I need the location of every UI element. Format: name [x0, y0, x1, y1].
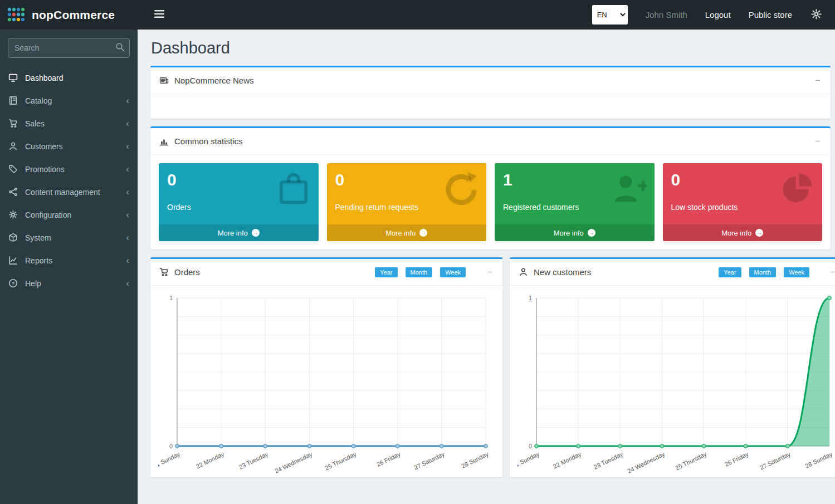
search-icon	[115, 42, 125, 52]
svg-text:0: 0	[529, 443, 532, 449]
sidebar-item-label: System	[25, 233, 51, 242]
svg-text:21 Sunday: 21 Sunday	[158, 451, 181, 469]
collapse-button[interactable]: −	[486, 267, 494, 278]
svg-text:24 Wednesday: 24 Wednesday	[274, 451, 313, 474]
new-customers-chart-title: New customers	[534, 267, 591, 277]
svg-text:25 Thursday: 25 Thursday	[674, 451, 707, 472]
language-select[interactable]: EN	[592, 5, 628, 25]
sidebar-item-sales[interactable]: Sales ‹	[0, 112, 138, 135]
user-icon	[8, 141, 18, 151]
svg-text:1: 1	[529, 295, 532, 301]
more-info-link[interactable]: More info →	[327, 224, 487, 241]
search-submit-button[interactable]	[112, 40, 128, 56]
sidebar-item-label: Configuration	[25, 211, 71, 219]
svg-text:0: 0	[169, 443, 173, 449]
sidebar-item-customers[interactable]: Customers ‹	[0, 135, 138, 158]
sidebar-item-reports[interactable]: Reports ‹	[0, 249, 138, 272]
customers-year-button[interactable]: Year	[719, 267, 741, 277]
more-info-label: More info	[721, 229, 751, 237]
orders-chart: 1021 Sunday22 Monday23 Tuesday24 Wednesd…	[150, 286, 502, 477]
orders-chart-panel: Orders Year Month Week − 1021 Sunday22 M…	[150, 257, 502, 477]
header-right: EN John Smith Logout Public store	[592, 5, 823, 25]
svg-text:?: ?	[12, 281, 15, 286]
gear-icon	[811, 9, 822, 19]
customers-chart-svg: 1021 Sunday22 Monday23 Tuesday24 Wednesd…	[517, 291, 835, 475]
sidebar-item-label: Catalog	[25, 96, 52, 105]
common-statistics-title: Common statistics	[174, 136, 243, 146]
svg-text:27 Saturday: 27 Saturday	[413, 451, 446, 471]
stat-boxes: 0 Orders More info → 0 Pending return re…	[150, 154, 831, 249]
refresh-icon	[444, 172, 478, 206]
share-icon	[8, 187, 18, 197]
svg-text:22 Monday: 22 Monday	[552, 451, 583, 470]
orders-year-button[interactable]: Year	[375, 267, 397, 277]
sidebar-item-label: Reports	[25, 256, 52, 265]
sidebar-item-label: Dashboard	[25, 74, 64, 82]
news-panel: NopCommerce News −	[150, 66, 831, 119]
svg-text:24 Wednesday: 24 Wednesday	[626, 451, 666, 474]
more-info-label: More info	[385, 229, 416, 237]
chevron-left-icon: ‹	[126, 141, 129, 151]
orders-week-button[interactable]: Week	[440, 267, 466, 277]
sidebar-item-dashboard[interactable]: Dashboard	[0, 66, 138, 89]
more-info-link[interactable]: More info →	[159, 224, 319, 241]
svg-text:27 Saturday: 27 Saturday	[759, 451, 792, 471]
svg-text:25 Thursday: 25 Thursday	[324, 451, 357, 472]
arrow-circle-icon: →	[419, 229, 427, 237]
main-content: Dashboard NopCommerce News − Common stat…	[138, 0, 835, 474]
bar-chart-icon	[159, 136, 169, 146]
sidebar-search	[8, 38, 130, 58]
top-header: EN John Smith Logout Public store	[138, 0, 835, 30]
settings-button[interactable]	[810, 8, 823, 22]
sidebar-item-content-management[interactable]: Content management ‹	[0, 180, 138, 203]
collapse-button[interactable]: −	[814, 75, 822, 86]
collapse-button[interactable]: −	[814, 136, 822, 147]
tag-icon	[8, 164, 18, 174]
brand-name: nopCommerce	[32, 8, 115, 22]
arrow-circle-icon: →	[755, 229, 763, 237]
news-panel-body	[150, 94, 831, 119]
more-info-label: More info	[218, 229, 248, 237]
orders-chart-svg: 1021 Sunday22 Monday23 Tuesday24 Wednesd…	[158, 291, 495, 475]
registered-customers-stat-box: 1 Registered customers More info →	[495, 163, 655, 241]
sidebar-item-label: Customers	[25, 142, 63, 151]
svg-text:26 Friday: 26 Friday	[724, 451, 750, 468]
customers-week-button[interactable]: Week	[784, 267, 809, 277]
svg-text:22 Monday: 22 Monday	[195, 451, 226, 470]
pending-returns-stat-box: 0 Pending return requests More info →	[327, 163, 487, 241]
sidebar-item-configuration[interactable]: Configuration ‹	[0, 203, 138, 226]
collapse-button[interactable]: −	[829, 267, 835, 278]
new-customers-chart: 1021 Sunday22 Monday23 Tuesday24 Wednesd…	[510, 286, 835, 477]
arrow-circle-icon: →	[588, 229, 595, 237]
orders-month-button[interactable]: Month	[406, 267, 433, 277]
more-info-link[interactable]: More info →	[495, 224, 655, 241]
svg-text:23 Tuesday: 23 Tuesday	[593, 451, 624, 471]
sidebar-item-help[interactable]: ? Help ‹	[0, 272, 138, 295]
sidebar-item-system[interactable]: System ‹	[0, 226, 138, 249]
sidebar-item-label: Sales	[25, 119, 45, 128]
sidebar-item-label: Help	[25, 279, 41, 288]
orders-stat-box: 0 Orders More info →	[159, 163, 319, 241]
public-store-link[interactable]: Public store	[749, 10, 792, 19]
sidebar: nopCommerce Dashboard Catalog ‹ Sales ‹ …	[0, 0, 138, 504]
new-customers-chart-panel: New customers Year Month Week − 1021 Sun…	[510, 257, 835, 477]
line-chart-icon	[8, 256, 18, 265]
svg-text:28 Sunday: 28 Sunday	[460, 451, 490, 469]
new-customers-chart-header: New customers Year Month Week −	[510, 259, 835, 285]
more-info-link[interactable]: More info →	[663, 224, 823, 241]
brand-logo[interactable]: nopCommerce	[0, 0, 138, 30]
sidebar-item-catalog[interactable]: Catalog ‹	[0, 89, 138, 112]
chevron-left-icon: ‹	[126, 233, 129, 242]
sidebar-item-promotions[interactable]: Promotions ‹	[0, 158, 138, 180]
sidebar-toggle-button[interactable]	[151, 6, 168, 23]
cube-icon	[8, 233, 18, 242]
common-statistics-panel: Common statistics − 0 Orders More info →…	[150, 126, 831, 249]
chevron-left-icon: ‹	[126, 256, 129, 265]
customers-month-button[interactable]: Month	[749, 267, 777, 277]
chevron-left-icon: ‹	[126, 187, 129, 197]
logout-link[interactable]: Logout	[705, 10, 731, 19]
chevron-left-icon: ‹	[126, 164, 129, 174]
chevron-left-icon: ‹	[126, 119, 129, 128]
arrow-circle-icon: →	[252, 229, 260, 237]
page-title: Dashboard	[151, 39, 835, 57]
